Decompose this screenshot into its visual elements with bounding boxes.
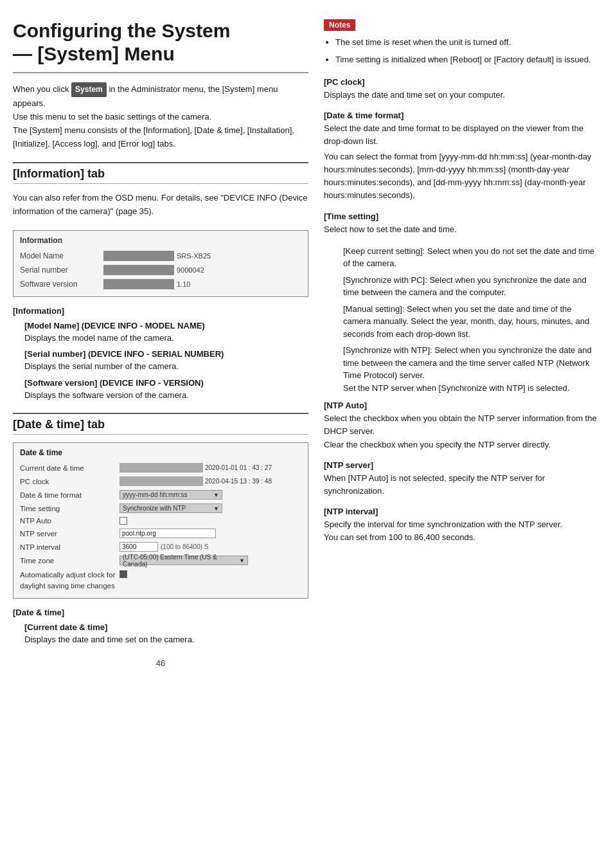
dt-row-time-setting: Time setting Synchronize with NTP ▼	[20, 502, 301, 515]
information-tab-header: [Information] tab	[13, 162, 308, 184]
notes-list: The set time is reset when the unit is t…	[324, 36, 600, 67]
info-label-software: Software version	[20, 280, 103, 289]
dt-select-time-setting-arrow: ▼	[213, 505, 219, 512]
dt-row-pc-clock: PC clock 2020-04-15 13 : 39 : 48	[20, 475, 301, 488]
info-value-model	[103, 251, 174, 261]
information-subsection: [Information] [Model Name] (DEVICE INFO …	[13, 306, 308, 402]
left-column: Configuring the System— [System] Menu Wh…	[13, 19, 308, 668]
dt-select-format-value: yyyy-mm-dd hh:mm:ss	[123, 491, 188, 498]
dt-select-time-setting[interactable]: Synchronize with NTP ▼	[120, 503, 222, 513]
right-ntp-server-desc: When [NTP Auto] is not selected, specify…	[324, 472, 600, 498]
dt-label-ntp-auto: NTP Auto	[20, 517, 120, 525]
page-number: 46	[13, 658, 308, 668]
dt-row-ntp-server: NTP server pool.ntp.org	[20, 527, 301, 540]
software-version-desc: Displays the software version of the cam…	[24, 389, 308, 402]
dt-checkbox-dst[interactable]	[120, 570, 127, 578]
dt-select-format[interactable]: yyyy-mm-dd hh:mm:ss ▼	[120, 490, 222, 500]
serial-number-heading: [Serial number] (DEVICE INFO - SERIAL NU…	[24, 349, 308, 359]
dt-select-timezone-value: (UTC-05:00) Eastern Time (US & Canada)	[123, 554, 239, 568]
right-ntp-auto-desc: Select the checkbox when you obtain the …	[324, 412, 600, 451]
dt-label-time-setting: Time setting	[20, 505, 120, 512]
right-date-format-desc: Select the date and time format to be di…	[324, 122, 600, 148]
current-date-item: [Current date & time] Displays the date …	[24, 622, 308, 646]
info-value-software	[103, 279, 174, 289]
right-sync-ntp: [Synchronize with NTP]: Select when you …	[324, 344, 600, 394]
system-badge: System	[71, 82, 107, 97]
dt-row-ntp-interval: NTP interval 3600 (100 to 86400) S	[20, 540, 301, 554]
notes-box: Notes The set time is reset when the uni…	[324, 19, 600, 67]
right-date-format-title: [Date & time format]	[324, 111, 600, 120]
info-label-serial: Serial number	[20, 266, 103, 275]
right-ntp-server: [NTP server] When [NTP Auto] is not sele…	[324, 460, 600, 498]
dt-select-format-arrow: ▼	[213, 492, 219, 498]
information-items: [Model Name] (DEVICE INFO - MODEL NAME) …	[24, 321, 308, 402]
date-time-tab-header: [Date & time] tab	[13, 413, 308, 435]
right-column: Notes The set time is reset when the uni…	[324, 19, 600, 668]
notes-item-1: Time setting is initialized when [Reboot…	[335, 53, 600, 67]
right-date-format: [Date & time format] Select the date and…	[324, 111, 600, 203]
right-ntp-interval-title: [NTP interval]	[324, 507, 600, 516]
current-date-heading: [Current date & time]	[24, 622, 308, 632]
dt-value-current	[120, 463, 203, 473]
date-time-box: Date & time Current date & time 2020-01-…	[13, 442, 308, 598]
dt-select-timezone[interactable]: (UTC-05:00) Eastern Time (US & Canada) ▼	[120, 556, 248, 565]
info-value-model-text: SRS-XB25	[177, 252, 211, 260]
dt-label-pc: PC clock	[20, 478, 120, 485]
right-date-format-detail: You can select the format from [yyyy-mm-…	[324, 150, 600, 203]
dt-label-dst: Automatically adjust clock for daylight …	[20, 569, 120, 590]
information-intro: You can also refer from the OSD menu. Fo…	[13, 192, 308, 219]
right-sync-ntp-label: [Synchronize with NTP]:	[343, 345, 432, 355]
dt-value-pc	[120, 476, 203, 486]
info-row-software: Software version 1.10	[20, 277, 301, 291]
info-box-title: Information	[20, 236, 301, 245]
notes-item-0: The set time is reset when the unit is t…	[335, 36, 600, 50]
dt-ntp-interval-suffix: (100 to 86400) S	[161, 543, 209, 550]
dt-input-ntp-server[interactable]: pool.ntp.org	[120, 529, 216, 538]
intro-line4: The [System] menu consists of the [Infor…	[13, 125, 294, 149]
dt-select-timezone-arrow: ▼	[239, 557, 245, 564]
right-pc-clock-desc: Displays the date and time set on your c…	[324, 89, 600, 102]
right-sync-pc-label: [Synchronize with PC]:	[343, 275, 427, 285]
dt-input-ntp-interval[interactable]: 3600	[120, 542, 158, 552]
info-row-model: Model Name SRS-XB25	[20, 249, 301, 263]
dt-checkbox-ntp-auto[interactable]	[120, 517, 127, 525]
intro-line1: When you click	[13, 84, 69, 94]
dt-label-format: Date & time format	[20, 491, 120, 499]
right-time-setting-title: [Time setting]	[324, 212, 600, 221]
dt-row-format: Date & time format yyyy-mm-dd hh:mm:ss ▼	[20, 488, 301, 502]
right-keep-current-label: [Keep current setting]:	[343, 246, 425, 256]
current-date-desc: Displays the date and time set on the ca…	[24, 633, 308, 646]
info-row-serial: Serial number 9000042	[20, 263, 301, 277]
dt-row-current: Current date & time 2020-01-01 01 : 43 :…	[20, 461, 301, 475]
right-ntp-interval: [NTP interval] Specify the interval for …	[324, 507, 600, 544]
right-pc-clock: [PC clock] Displays the date and time se…	[324, 77, 600, 102]
info-label-model: Model Name	[20, 251, 103, 260]
right-time-setting-desc: Select how to set the date and time.	[324, 223, 600, 236]
dt-row-ntp-auto: NTP Auto	[20, 515, 301, 527]
dt-label-timezone: Time zone	[20, 557, 120, 565]
model-name-desc: Displays the model name of the camera.	[24, 332, 308, 345]
right-sync-pc: [Synchronize with PC]: Select when you s…	[324, 274, 600, 299]
page-title: Configuring the System— [System] Menu	[13, 19, 308, 73]
dt-text-current: 2020-01-01 01 : 43 : 27	[205, 464, 272, 471]
dt-label-ntp-interval: NTP interval	[20, 543, 120, 551]
right-ntp-interval-desc: Specify the interval for time synchroniz…	[324, 518, 600, 544]
right-ntp-server-title: [NTP server]	[324, 460, 600, 470]
date-time-subsection-title: [Date & time]	[13, 608, 308, 617]
dt-row-timezone: Time zone (UTC-05:00) Eastern Time (US &…	[20, 554, 301, 567]
right-pc-clock-title: [PC clock]	[324, 77, 600, 87]
right-manual-setting: [Manual setting]: Select when you set th…	[324, 303, 600, 341]
intro-text: When you click System in the Administrat…	[13, 82, 308, 150]
notes-header: Notes	[324, 19, 355, 31]
right-time-setting: [Time setting] Select how to set the dat…	[324, 212, 600, 236]
date-time-subsection: [Date & time] [Current date & time] Disp…	[13, 608, 308, 646]
dt-box-title: Date & time	[20, 448, 301, 457]
info-value-serial	[103, 265, 174, 275]
dt-text-pc: 2020-04-15 13 : 39 : 48	[205, 478, 272, 485]
dt-select-time-setting-value: Synchronize with NTP	[123, 505, 186, 512]
info-value-serial-text: 9000042	[177, 266, 204, 274]
software-version-heading: [Software version] (DEVICE INFO - VERSIO…	[24, 378, 308, 388]
model-name-heading: [Model Name] (DEVICE INFO - MODEL NAME)	[24, 321, 308, 330]
dt-row-dst: Automatically adjust clock for daylight …	[20, 567, 301, 592]
dt-label-current: Current date & time	[20, 464, 120, 472]
